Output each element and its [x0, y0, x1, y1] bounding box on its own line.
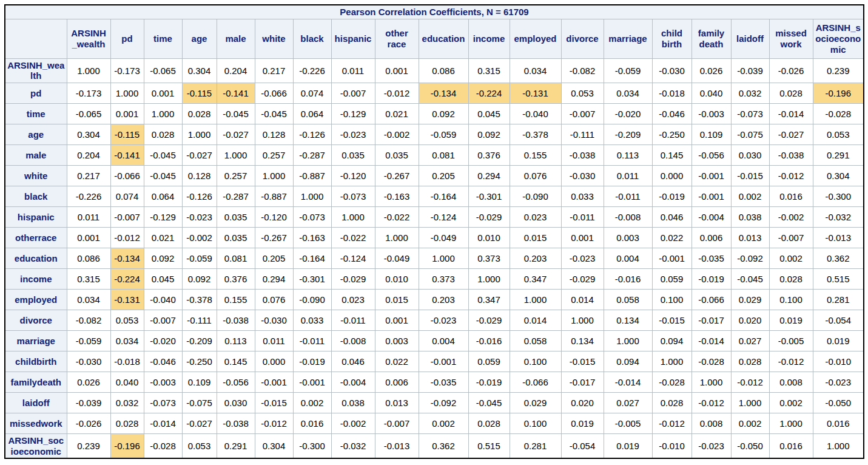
correlation-cell: 0.028	[769, 269, 813, 290]
correlation-cell: -0.014	[144, 413, 182, 434]
correlation-cell: 0.002	[769, 393, 813, 413]
correlation-cell: 0.045	[144, 269, 182, 290]
correlation-cell: 0.204	[67, 145, 110, 166]
correlation-cell: -0.066	[510, 372, 561, 393]
correlation-table: Pearson Correlation Coefficients, N = 61…	[4, 4, 864, 459]
column-header: employed	[510, 19, 561, 58]
correlation-cell: -0.163	[375, 186, 419, 207]
correlation-cell: -0.250	[652, 124, 691, 145]
correlation-cell: 0.010	[375, 269, 419, 290]
correlation-cell: 0.033	[561, 186, 604, 207]
correlation-cell: -0.073	[293, 207, 331, 228]
correlation-cell: -0.045	[217, 104, 255, 124]
correlation-cell: -0.029	[331, 269, 375, 290]
correlation-cell: -0.002	[331, 413, 375, 434]
correlation-cell: 1.000	[604, 331, 652, 351]
correlation-cell: 0.011	[67, 207, 110, 228]
correlation-cell: -0.045	[255, 104, 293, 124]
table-row: divorce-0.0820.053-0.007-0.111-0.038-0.0…	[5, 310, 864, 331]
correlation-cell: -0.163	[293, 228, 331, 248]
correlation-cell: -0.073	[331, 186, 375, 207]
correlation-cell: 0.257	[255, 145, 293, 166]
correlation-cell: -0.023	[813, 372, 864, 393]
correlation-cell: -0.028	[691, 351, 731, 372]
correlation-cell: -0.030	[561, 166, 604, 186]
table-row: missedwork-0.0260.028-0.014-0.027-0.038-…	[5, 413, 864, 434]
correlation-cell: -0.007	[375, 413, 419, 434]
correlation-cell: -0.016	[468, 331, 510, 351]
correlation-cell: -0.038	[561, 145, 604, 166]
correlation-cell: -0.008	[604, 207, 652, 228]
correlation-cell: -0.029	[468, 207, 510, 228]
correlation-cell: 1.000	[652, 351, 691, 372]
correlation-cell: 0.076	[255, 290, 293, 310]
correlation-cell: -0.038	[769, 145, 813, 166]
correlation-cell: 0.045	[468, 104, 510, 124]
correlation-cell: 0.033	[293, 310, 331, 331]
correlation-cell: 0.013	[375, 393, 419, 413]
correlation-cell: 0.035	[331, 145, 375, 166]
correlation-cell: -0.038	[217, 413, 255, 434]
correlation-cell: -0.017	[691, 310, 731, 331]
row-header: ARSINH_wealth	[5, 58, 67, 83]
row-header: hispanic	[5, 207, 67, 228]
correlation-cell: -0.120	[255, 207, 293, 228]
correlation-cell: 0.026	[67, 372, 110, 393]
correlation-cell: 0.145	[652, 145, 691, 166]
correlation-cell: 0.053	[561, 83, 604, 104]
correlation-cell: 0.076	[510, 166, 561, 186]
column-header: male	[217, 19, 255, 58]
correlation-cell: 0.011	[604, 166, 652, 186]
table-row: marriage-0.0590.034-0.020-0.2090.1130.01…	[5, 331, 864, 351]
correlation-cell: -0.111	[182, 310, 217, 331]
correlation-cell: -0.002	[375, 124, 419, 145]
column-header: pd	[110, 19, 144, 58]
correlation-cell: 0.203	[510, 248, 561, 269]
correlation-cell: -0.029	[561, 269, 604, 290]
correlation-cell: -0.008	[331, 331, 375, 351]
correlation-cell: -0.023	[419, 310, 468, 331]
correlation-cell: -0.075	[182, 393, 217, 413]
row-header: pd	[5, 83, 67, 104]
correlation-cell: 0.100	[652, 290, 691, 310]
table-row: time-0.0650.0011.0000.028-0.045-0.0450.0…	[5, 104, 864, 124]
correlation-cell: -0.023	[691, 434, 731, 459]
correlation-cell: -0.134	[110, 248, 144, 269]
correlation-cell: 0.515	[468, 434, 510, 459]
correlation-cell: 0.100	[510, 413, 561, 434]
correlation-cell: -0.023	[331, 124, 375, 145]
row-header: divorce	[5, 310, 67, 331]
correlation-cell: 0.002	[769, 248, 813, 269]
correlation-cell: -0.022	[375, 207, 419, 228]
correlation-cell: 0.304	[67, 124, 110, 145]
correlation-cell: 1.000	[144, 104, 182, 124]
correlation-cell: -0.287	[293, 145, 331, 166]
correlation-cell: 0.021	[144, 228, 182, 248]
correlation-cell: -0.001	[691, 186, 731, 207]
correlation-cell: -0.028	[144, 434, 182, 459]
correlation-cell: -0.250	[182, 351, 217, 372]
table-row: otherrace0.001-0.0120.021-0.0020.035-0.2…	[5, 228, 864, 248]
table-row: childbirth-0.030-0.018-0.046-0.2500.1450…	[5, 351, 864, 372]
correlation-cell: -0.209	[182, 331, 217, 351]
correlation-cell: -0.134	[419, 83, 468, 104]
correlation-cell: -0.022	[331, 228, 375, 248]
correlation-cell: -0.001	[419, 351, 468, 372]
table-row: black-0.2260.0740.064-0.126-0.287-0.8871…	[5, 186, 864, 207]
correlation-cell: 0.100	[510, 351, 561, 372]
correlation-cell: 1.000	[375, 228, 419, 248]
correlation-cell: -0.011	[561, 207, 604, 228]
correlation-cell: 0.002	[293, 393, 331, 413]
row-header: familydeath	[5, 372, 67, 393]
correlation-cell: 0.035	[217, 207, 255, 228]
correlation-cell: -0.017	[561, 372, 604, 393]
correlation-cell: 0.046	[331, 351, 375, 372]
correlation-cell: 0.304	[182, 58, 217, 83]
correlation-cell: 0.008	[769, 372, 813, 393]
correlation-cell: 0.027	[604, 393, 652, 413]
correlation-cell: 0.030	[731, 145, 769, 166]
correlation-cell: -0.126	[293, 124, 331, 145]
correlation-cell: 0.032	[110, 393, 144, 413]
correlation-cell: 1.000	[468, 269, 510, 290]
correlation-cell: -0.035	[691, 248, 731, 269]
